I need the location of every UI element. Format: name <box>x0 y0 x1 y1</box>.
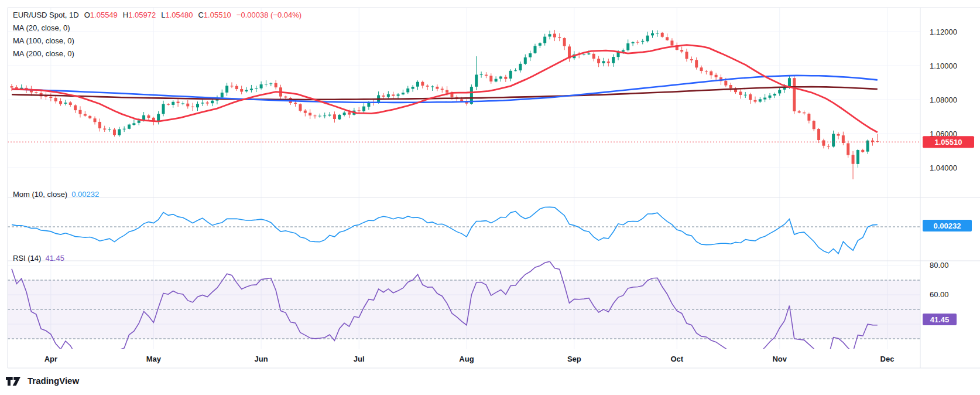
symbol-legend-row[interactable]: EUR/USD Spot, 1DO1.05549H1.05972L1.05480… <box>13 9 301 22</box>
high-value: 1.05972 <box>128 11 156 19</box>
month-label-sep: Sep <box>567 355 581 363</box>
momentum-label: Mom (10, close) <box>13 190 67 199</box>
price-tick-label: 1.12000 <box>930 28 957 36</box>
high-label: H <box>123 11 128 19</box>
momentum-value-badge: 0.00232 <box>923 220 972 231</box>
rsi-tick-label: 60.00 <box>930 290 949 299</box>
month-label-apr: Apr <box>44 355 57 363</box>
price-axis[interactable]: 1.120001.100001.080001.060001.0400080.00… <box>930 28 957 299</box>
close-label: C <box>198 11 203 19</box>
price-tick-label: 1.08000 <box>930 96 957 104</box>
ma20-legend[interactable]: MA (20, close, 0) <box>13 22 301 35</box>
tradingview-logo-icon <box>6 376 23 387</box>
rsi-label: RSI (14) <box>13 254 41 263</box>
month-label-dec: Dec <box>880 355 895 363</box>
change-value: −0.00038 (−0.04%) <box>237 11 301 19</box>
tradingview-chart: 1.120001.100001.080001.060001.0400080.00… <box>0 0 980 395</box>
symbol-title: EUR/USD Spot, 1D <box>13 11 79 19</box>
ma200-line <box>12 87 878 100</box>
ma100-legend[interactable]: MA (100, close, 0) <box>13 35 301 47</box>
svg-text:1.05510: 1.05510 <box>935 138 962 147</box>
low-value: 1.05480 <box>165 11 193 19</box>
rsi-legend[interactable]: RSI (14)41.45 <box>13 252 64 265</box>
rsi-value: 41.45 <box>45 254 64 263</box>
legend: EUR/USD Spot, 1DO1.05549H1.05972L1.05480… <box>13 9 301 60</box>
rsi-value-badge: 41.45 <box>923 314 957 325</box>
month-label-jul: Jul <box>354 355 365 363</box>
svg-text:0.00232: 0.00232 <box>934 222 961 230</box>
month-label-aug: Aug <box>459 355 474 363</box>
open-label: O <box>84 11 90 19</box>
rsi-tick-label: 80.00 <box>930 261 949 270</box>
svg-text:41.45: 41.45 <box>930 315 950 324</box>
month-label-may: May <box>146 355 162 363</box>
momentum-legend[interactable]: Mom (10, close)0.00232 <box>13 188 99 201</box>
month-label-nov: Nov <box>772 355 787 363</box>
momentum-value: 0.00232 <box>71 190 99 199</box>
tradingview-logo-text: TradingView <box>28 374 79 387</box>
momentum-line <box>12 207 878 253</box>
time-axis[interactable]: AprMayJunJulAugSepOctNovDec <box>44 355 895 363</box>
price-tick-label: 1.10000 <box>930 62 957 70</box>
close-value: 1.05510 <box>204 11 231 19</box>
month-label-jun: Jun <box>255 355 268 363</box>
footer-brand[interactable]: TradingView <box>6 374 79 387</box>
current-price-badge: 1.05510 <box>923 136 974 148</box>
ma200-legend[interactable]: MA (200, close, 0) <box>13 47 301 60</box>
open-value: 1.05549 <box>90 11 118 19</box>
price-tick-label: 1.04000 <box>930 164 957 172</box>
month-label-oct: Oct <box>670 355 683 363</box>
